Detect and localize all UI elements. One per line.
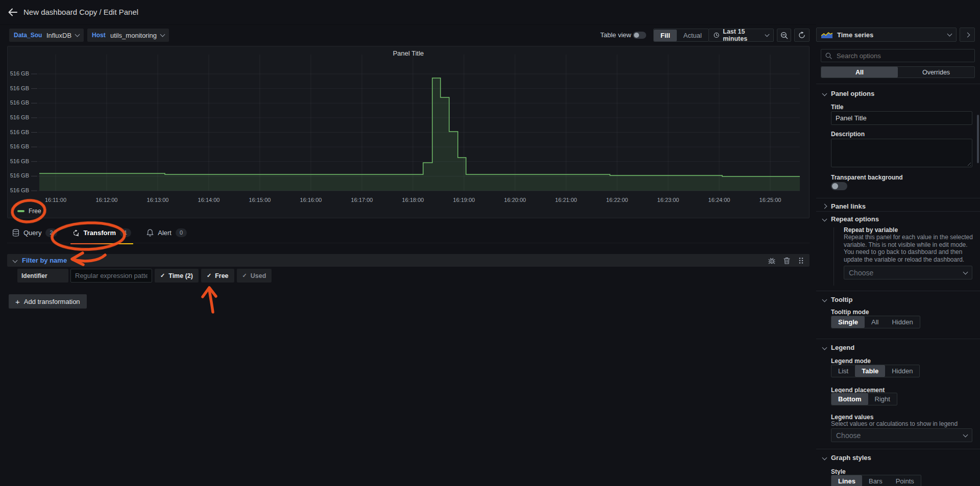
- panel-title-input[interactable]: [831, 111, 972, 125]
- chart-legend[interactable]: Free: [17, 207, 41, 216]
- chevron-down-icon: [75, 32, 80, 37]
- host-picker[interactable]: utils_monitoring: [106, 29, 169, 42]
- section-graph-styles[interactable]: Graph styles: [823, 454, 871, 462]
- section-repeat-options[interactable]: Repeat options: [823, 215, 879, 223]
- visualization-value: Time series: [837, 31, 873, 39]
- option-fill[interactable]: Fill: [654, 30, 677, 41]
- option-lines[interactable]: Lines: [831, 475, 862, 486]
- search-icon: [825, 53, 832, 59]
- search-options-box[interactable]: [821, 49, 975, 62]
- section-title: Legend: [831, 344, 854, 351]
- tab-query[interactable]: Query 2: [12, 228, 57, 244]
- check-icon: ✓: [242, 272, 247, 279]
- option-actual[interactable]: Actual: [677, 30, 708, 41]
- annotation-arrow-free-field: [209, 289, 213, 312]
- grafana-edit-panel: New dashboard Copy / Edit Panel ⚙ Discar…: [0, 0, 980, 486]
- option-hidden[interactable]: Hidden: [885, 365, 919, 377]
- option-table[interactable]: Table: [855, 365, 885, 377]
- debug-icon[interactable]: [768, 257, 775, 264]
- chevron-down-icon: [947, 32, 952, 37]
- page-title: New dashboard Copy / Edit Panel: [23, 8, 138, 16]
- transparent-background-toggle[interactable]: [831, 182, 847, 190]
- add-transformation-button[interactable]: + Add transformation: [9, 294, 87, 309]
- tab-alert[interactable]: Alert 0: [146, 228, 187, 244]
- chevron-down-icon: [822, 455, 827, 461]
- back-button[interactable]: [7, 7, 18, 18]
- tab-badge: 1: [120, 228, 131, 237]
- zoom-out-icon: [780, 32, 788, 39]
- annotation-arrowhead: [203, 288, 216, 297]
- time-range-value: Last 15 minutes: [723, 28, 762, 42]
- drag-handle-icon[interactable]: [798, 257, 803, 264]
- x-axis-tick-label: 16:22:00: [606, 197, 628, 203]
- tab-transform[interactable]: Transform 1: [72, 228, 132, 244]
- scrollbar-thumb[interactable]: [977, 115, 979, 163]
- time-range-picker[interactable]: Last 15 minutes: [708, 29, 774, 42]
- tab-all[interactable]: All: [821, 67, 898, 78]
- field-pill-used[interactable]: ✓Used: [237, 269, 272, 283]
- x-axis-tick-label: 16:19:00: [453, 197, 475, 203]
- select-placeholder: Choose: [836, 431, 861, 440]
- x-axis-tick-label: 16:24:00: [708, 197, 730, 203]
- transparent-background-label: Transparent background: [831, 174, 903, 181]
- x-axis-tick-label: 16:16:00: [300, 197, 322, 203]
- section-title: Repeat options: [831, 215, 879, 223]
- divider: [816, 84, 980, 84]
- x-axis-tick-label: 16:15:00: [249, 197, 271, 203]
- divider: [816, 339, 980, 339]
- section-panel-links[interactable]: Panel links: [823, 202, 866, 210]
- collapse-options-pane-button[interactable]: [960, 28, 975, 42]
- field-pill-time-2[interactable]: ✓Time (2): [155, 269, 199, 283]
- option-bottom[interactable]: Bottom: [831, 393, 868, 405]
- back-arrow-icon: [7, 7, 18, 18]
- resize-handle[interactable]: [966, 161, 971, 166]
- zoom-out-button[interactable]: [777, 29, 791, 42]
- transformation-actions: [768, 257, 803, 264]
- tab-label: Transform: [84, 229, 116, 237]
- filter-by-name-header[interactable]: Filter by name: [7, 254, 810, 267]
- field-pill-free[interactable]: ✓Free: [201, 269, 234, 283]
- legend-series-marker: [17, 210, 24, 212]
- host-value: utils_monitoring: [110, 32, 157, 39]
- transform-icon: [72, 229, 80, 237]
- divider: [816, 449, 980, 449]
- style-label: Style: [831, 468, 846, 475]
- section-legend[interactable]: Legend: [823, 344, 854, 351]
- tab-overrides[interactable]: Overrides: [898, 67, 974, 78]
- chevron-right-icon: [822, 204, 827, 209]
- option-single[interactable]: Single: [831, 316, 865, 328]
- legend-values-select[interactable]: Choose: [831, 428, 972, 442]
- option-hidden[interactable]: Hidden: [885, 316, 919, 328]
- tab-label: Query: [23, 229, 41, 237]
- trash-icon[interactable]: [783, 257, 790, 264]
- identifier-label: Identifier: [17, 269, 68, 283]
- tabs-divider: [7, 243, 810, 243]
- legend-values-description: Select values or calculations to show in…: [831, 420, 974, 428]
- section-tooltip[interactable]: Tooltip: [823, 296, 852, 303]
- option-points[interactable]: Points: [889, 475, 921, 486]
- x-axis-tick-label: 16:20:00: [504, 197, 526, 203]
- option-right[interactable]: Right: [868, 393, 897, 405]
- transformation-title[interactable]: Filter by name: [22, 257, 67, 264]
- repeat-variable-select[interactable]: Choose: [844, 266, 972, 279]
- x-axis: 16:11:0016:12:0016:13:0016:14:0016:15:00…: [8, 46, 809, 218]
- refresh-button[interactable]: [794, 29, 810, 42]
- regex-pattern-input[interactable]: [70, 269, 152, 283]
- visualization-picker[interactable]: Time series: [816, 28, 957, 42]
- section-panel-options[interactable]: Panel options: [823, 90, 874, 97]
- field-pill-group: ✓Time (2)✓Free✓Used: [155, 269, 272, 283]
- bell-icon: [146, 229, 154, 237]
- option-bars[interactable]: Bars: [862, 475, 889, 486]
- chevron-down-icon: [160, 32, 165, 37]
- legend-series-label[interactable]: Free: [29, 208, 41, 215]
- select-placeholder: Choose: [849, 269, 873, 277]
- table-view-toggle[interactable]: [633, 32, 646, 39]
- panel-description-textarea[interactable]: [831, 139, 972, 167]
- option-list[interactable]: List: [831, 365, 855, 377]
- option-all[interactable]: All: [865, 316, 885, 328]
- search-options-input[interactable]: [836, 52, 965, 60]
- datasource-picker[interactable]: InfluxDB: [42, 29, 84, 42]
- clock-icon: [714, 32, 719, 39]
- time-series-viz-icon: [821, 31, 832, 38]
- section-title: Tooltip: [831, 296, 852, 303]
